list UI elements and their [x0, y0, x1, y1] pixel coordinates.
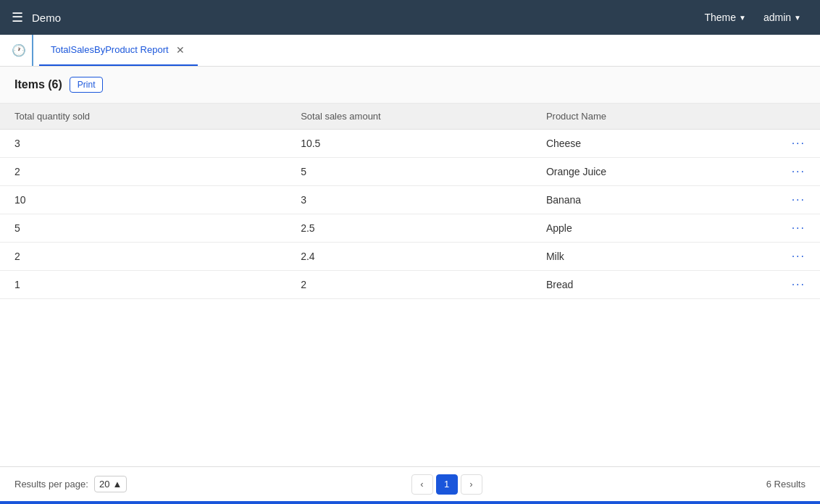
- table-container: Total quantity sold Sotal sales amount P…: [0, 104, 820, 466]
- cell-product: Apple: [532, 214, 777, 243]
- navbar-right: Theme ▼ admin ▼: [697, 7, 808, 28]
- row-actions-menu[interactable]: ···: [777, 186, 820, 214]
- per-page-chevron-icon: ▲: [112, 479, 122, 490]
- per-page-value: 20: [99, 479, 109, 490]
- table-row: 1 2 Bread ···: [0, 271, 820, 299]
- admin-chevron-icon: ▼: [794, 14, 801, 22]
- cell-qty: 10: [0, 186, 286, 214]
- col-header-qty: Total quantity sold: [0, 104, 286, 130]
- col-header-product: Product Name: [532, 104, 777, 130]
- cell-product: Banana: [532, 186, 777, 214]
- prev-page-button[interactable]: ‹: [411, 474, 433, 495]
- table-row: 3 10.5 Cheese ···: [0, 130, 820, 158]
- tab-label: TotalSalesByProduct Report: [51, 44, 169, 55]
- cell-qty: 1: [0, 271, 286, 299]
- next-page-button[interactable]: ›: [461, 474, 482, 495]
- admin-button[interactable]: admin ▼: [756, 7, 808, 28]
- navbar: ☰ Demo Theme ▼ admin ▼: [0, 0, 820, 35]
- table-header: Total quantity sold Sotal sales amount P…: [0, 104, 820, 130]
- pagination-bar: Results per page: 20 ▲ ‹ 1 › 6 Results: [0, 466, 820, 501]
- cell-sales: 2.5: [286, 214, 532, 243]
- theme-label: Theme: [704, 12, 736, 23]
- report-panel: Items (6) Print Total quantity sold Sota…: [0, 67, 820, 501]
- tab-close-button[interactable]: ✕: [175, 45, 186, 55]
- per-page-label: Results per page:: [14, 479, 88, 490]
- ellipsis-icon[interactable]: ···: [792, 278, 806, 290]
- per-page-select[interactable]: 20 ▲: [94, 476, 127, 492]
- table-row: 2 2.4 Milk ···: [0, 243, 820, 271]
- ellipsis-icon[interactable]: ···: [792, 165, 806, 177]
- per-page-section: Results per page: 20 ▲: [14, 476, 127, 492]
- cell-product: Cheese: [532, 130, 777, 158]
- ellipsis-icon[interactable]: ···: [792, 222, 806, 234]
- admin-label: admin: [763, 12, 791, 23]
- cell-sales: 3: [286, 186, 532, 214]
- menu-icon[interactable]: ☰: [12, 9, 23, 25]
- row-actions-menu[interactable]: ···: [777, 271, 820, 299]
- panel-header: Items (6) Print: [0, 67, 820, 104]
- theme-chevron-icon: ▼: [739, 14, 746, 22]
- row-actions-menu[interactable]: ···: [777, 130, 820, 158]
- results-count: 6 Results: [766, 479, 806, 490]
- panel-title: Items (6): [14, 78, 62, 91]
- cell-sales: 2: [286, 271, 532, 299]
- cell-product: Bread: [532, 271, 777, 299]
- ellipsis-icon[interactable]: ···: [792, 250, 806, 262]
- table-row: 5 2.5 Apple ···: [0, 214, 820, 243]
- table-row: 10 3 Banana ···: [0, 186, 820, 214]
- col-header-sales: Sotal sales amount: [286, 104, 532, 130]
- row-actions-menu[interactable]: ···: [777, 158, 820, 186]
- bottom-accent: [0, 501, 820, 504]
- tab-totalsalesbyproduct[interactable]: TotalSalesByProduct Report ✕: [39, 35, 198, 66]
- print-button[interactable]: Print: [70, 77, 104, 93]
- content-area: Items (6) Print Total quantity sold Sota…: [0, 67, 820, 501]
- row-actions-menu[interactable]: ···: [777, 243, 820, 271]
- cell-qty: 3: [0, 130, 286, 158]
- navbar-left: ☰ Demo: [12, 9, 61, 25]
- theme-button[interactable]: Theme ▼: [697, 7, 753, 28]
- table-row: 2 5 Orange Juice ···: [0, 158, 820, 186]
- tab-bar-clock-icon: 🕐: [6, 35, 33, 66]
- cell-product: Milk: [532, 243, 777, 271]
- app-title: Demo: [32, 12, 61, 24]
- cell-sales: 2.4: [286, 243, 532, 271]
- col-header-actions: [777, 104, 820, 130]
- data-table: Total quantity sold Sotal sales amount P…: [0, 104, 820, 299]
- cell-qty: 2: [0, 243, 286, 271]
- cell-qty: 5: [0, 214, 286, 243]
- cell-qty: 2: [0, 158, 286, 186]
- pagination-controls: ‹ 1 ›: [411, 474, 482, 495]
- page-1-button[interactable]: 1: [436, 474, 458, 495]
- table-body: 3 10.5 Cheese ··· 2 5 Orange Juice ··· 1…: [0, 130, 820, 299]
- row-actions-menu[interactable]: ···: [777, 214, 820, 243]
- cell-sales: 10.5: [286, 130, 532, 158]
- tab-bar: 🕐 TotalSalesByProduct Report ✕: [0, 35, 820, 67]
- cell-product: Orange Juice: [532, 158, 777, 186]
- ellipsis-icon[interactable]: ···: [792, 137, 806, 149]
- cell-sales: 5: [286, 158, 532, 186]
- ellipsis-icon[interactable]: ···: [792, 193, 806, 206]
